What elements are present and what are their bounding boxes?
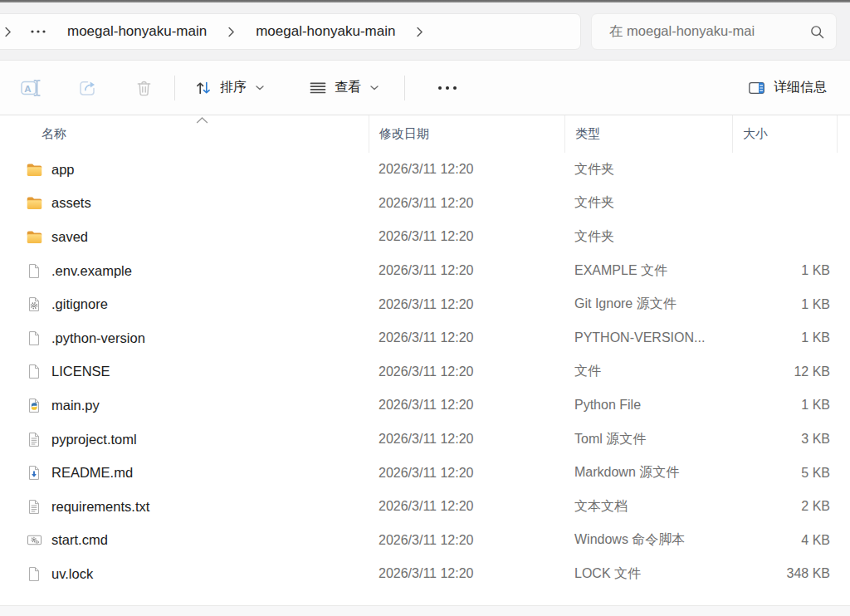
chevron-down-icon — [255, 85, 265, 91]
details-pane-button[interactable]: 详细信息 — [744, 74, 830, 102]
file-row[interactable]: start.cmd2026/3/11 12:20Windows 命令脚本4 KB — [0, 524, 850, 558]
file-name: .python-version — [51, 330, 145, 346]
view-list-icon — [308, 78, 328, 98]
file-row[interactable]: LICENSE2026/3/11 12:20文件12 KB — [0, 355, 850, 389]
breadcrumb-chevron-icon[interactable] — [218, 14, 244, 49]
file-explorer-window: moegal-honyaku-main moegal-honyaku-main … — [0, 0, 850, 616]
file-date-modified: 2026/3/11 12:20 — [369, 297, 564, 312]
cmd-file-icon — [25, 531, 43, 550]
folder-icon — [25, 227, 43, 246]
sort-button[interactable]: 排序 — [183, 71, 275, 105]
file-size: 5 KB — [732, 466, 837, 481]
file-date-modified: 2026/3/11 12:20 — [369, 364, 564, 379]
file-row[interactable]: README.md2026/3/11 12:20Markdown 源文件5 KB — [0, 456, 850, 490]
text-file-icon — [25, 497, 43, 516]
file-row[interactable]: main.py2026/3/11 12:20Python File1 KB — [0, 389, 850, 423]
file-type: 文件夹 — [564, 228, 732, 246]
file-name: app — [51, 162, 75, 178]
file-type: 文件 — [564, 363, 732, 380]
file-name: start.cmd — [51, 532, 108, 548]
column-header-type[interactable]: 类型 — [564, 115, 732, 153]
file-type: 文本文档 — [564, 498, 732, 516]
file-name-cell: app — [0, 160, 369, 178]
search-icon[interactable] — [809, 24, 825, 40]
file-icon — [25, 262, 43, 280]
column-header-size[interactable]: 大小 — [732, 115, 837, 153]
file-row[interactable]: .env.example2026/3/11 12:20EXAMPLE 文件1 K… — [0, 254, 850, 288]
file-date-modified: 2026/3/11 12:20 — [369, 432, 564, 447]
share-button[interactable] — [68, 71, 106, 105]
rename-button[interactable]: A — [12, 71, 50, 105]
folder-icon — [25, 160, 43, 178]
file-icon — [25, 363, 43, 381]
file-name-cell: .env.example — [0, 262, 369, 280]
address-chrome: moegal-honyaku-main moegal-honyaku-main … — [0, 2, 850, 60]
file-row[interactable]: .gitignore2026/3/11 12:20Git Ignore 源文件1… — [0, 287, 850, 321]
file-row[interactable]: pyproject.toml2026/3/11 12:20Toml 源文件3 K… — [0, 423, 850, 457]
file-type: PYTHON-VERSION... — [564, 330, 732, 345]
file-icon — [25, 565, 43, 583]
file-name-cell: uv.lock — [0, 565, 369, 583]
chevron-down-icon — [369, 85, 379, 91]
file-size: 348 KB — [732, 566, 837, 581]
file-name: requirements.txt — [51, 499, 149, 515]
file-name-cell: saved — [0, 227, 369, 246]
breadcrumb-chevron-icon[interactable] — [0, 14, 21, 49]
share-icon — [77, 78, 98, 98]
file-type: Markdown 源文件 — [564, 464, 732, 482]
status-bar — [0, 605, 850, 616]
file-name: pyproject.toml — [51, 432, 137, 447]
sort-arrows-icon — [193, 78, 213, 98]
file-row[interactable]: app2026/3/11 12:20文件夹 — [0, 153, 850, 187]
file-type: Git Ignore 源文件 — [564, 296, 732, 313]
search-input[interactable]: 在 moegal-honyaku-mai — [591, 13, 837, 50]
breadcrumb-overflow-icon[interactable] — [21, 14, 56, 49]
file-row[interactable]: assets2026/3/11 12:20文件夹 — [0, 187, 850, 221]
file-name-cell: README.md — [0, 464, 369, 482]
file-name-cell: .gitignore — [0, 296, 369, 314]
file-date-modified: 2026/3/11 12:20 — [369, 499, 564, 514]
file-date-modified: 2026/3/11 12:20 — [369, 330, 564, 345]
file-list: app2026/3/11 12:20文件夹 assets2026/3/11 12… — [0, 153, 850, 591]
address-bar: moegal-honyaku-main moegal-honyaku-main — [0, 13, 581, 50]
column-header-row: 名称 修改日期 类型 大小 — [0, 115, 850, 153]
search-placeholder: 在 moegal-honyaku-mai — [609, 22, 755, 41]
file-row[interactable]: uv.lock2026/3/11 12:20LOCK 文件348 KB — [0, 557, 850, 591]
column-separator — [837, 115, 838, 153]
command-toolbar: A — [0, 60, 850, 115]
column-header-date[interactable]: 修改日期 — [369, 115, 564, 153]
breadcrumb-item[interactable]: moegal-honyaku-main — [244, 14, 407, 49]
file-name: README.md — [51, 465, 133, 481]
file-name: LICENSE — [51, 364, 110, 379]
delete-button[interactable] — [125, 71, 163, 105]
file-icon — [25, 329, 43, 347]
file-date-modified: 2026/3/11 12:20 — [369, 263, 564, 278]
file-row[interactable]: .python-version2026/3/11 12:20PYTHON-VER… — [0, 321, 850, 355]
breadcrumb-item[interactable]: moegal-honyaku-main — [56, 14, 218, 49]
file-row[interactable]: requirements.txt2026/3/11 12:20文本文档2 KB — [0, 490, 850, 524]
file-type: Windows 命令脚本 — [564, 531, 732, 549]
sort-ascending-caret-icon — [195, 113, 209, 127]
file-type: 文件夹 — [564, 194, 732, 212]
file-size: 12 KB — [732, 364, 837, 379]
file-type: Python File — [564, 398, 732, 413]
file-name-cell: LICENSE — [0, 363, 369, 381]
column-header-name[interactable]: 名称 — [0, 115, 369, 153]
file-date-modified: 2026/3/11 12:20 — [369, 533, 564, 548]
view-label: 查看 — [335, 79, 361, 96]
file-size: 1 KB — [732, 263, 837, 278]
rename-icon: A — [20, 78, 42, 98]
details-label: 详细信息 — [774, 79, 827, 96]
file-size: 4 KB — [732, 533, 837, 548]
file-type: LOCK 文件 — [564, 565, 732, 583]
more-options-button[interactable] — [428, 71, 467, 105]
gear-file-icon — [25, 296, 43, 314]
file-date-modified: 2026/3/11 12:20 — [369, 466, 564, 481]
file-row[interactable]: saved2026/3/11 12:20文件夹 — [0, 220, 850, 254]
svg-text:A: A — [24, 83, 31, 93]
markdown-file-icon — [25, 464, 43, 482]
file-name: .env.example — [51, 263, 132, 279]
file-type: 文件夹 — [564, 161, 732, 178]
view-button[interactable]: 查看 — [298, 71, 389, 105]
breadcrumb-chevron-icon[interactable] — [407, 14, 432, 49]
